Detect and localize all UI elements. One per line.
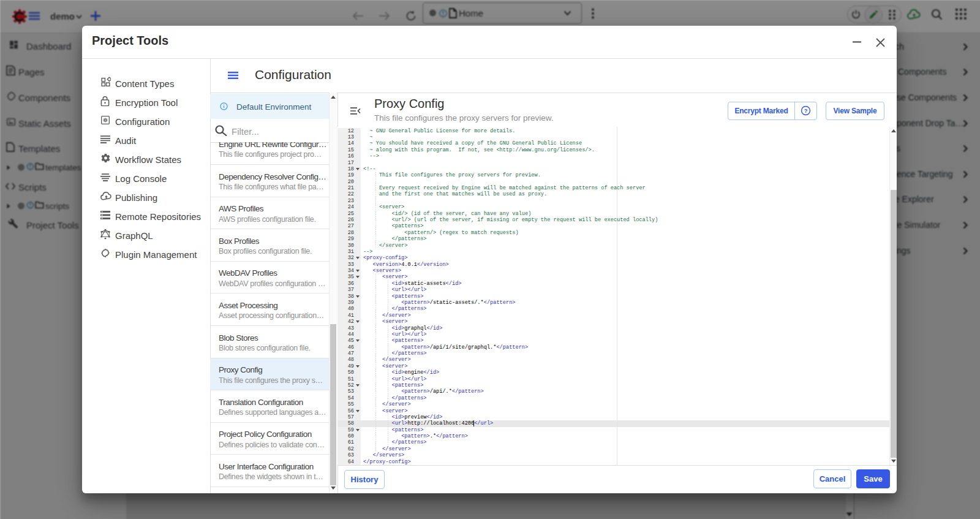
svg-text:?: ?	[804, 108, 808, 114]
